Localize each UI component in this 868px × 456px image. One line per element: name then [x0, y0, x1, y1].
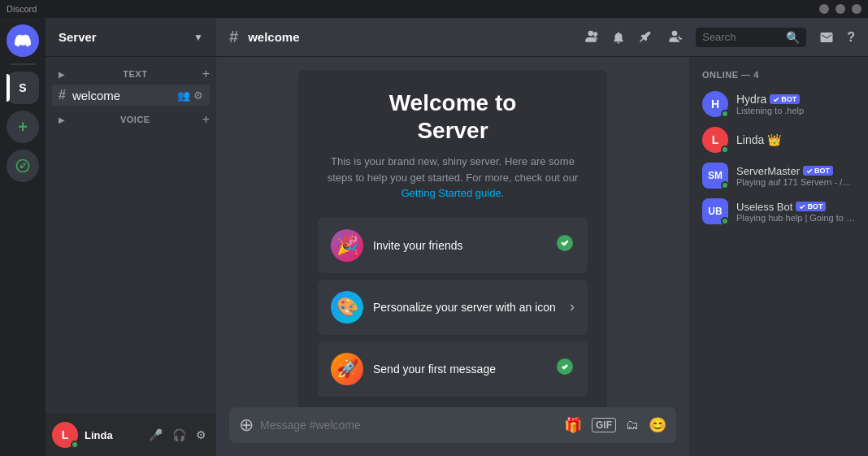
member-uselessbot[interactable]: UB Useless Bot BOT Playing h [696, 193, 861, 229]
add-server-button[interactable]: + [7, 111, 39, 143]
close-button[interactable] [852, 4, 861, 14]
task-invite-label: Invite your friends [373, 239, 545, 252]
gift-icon[interactable]: 🎁 [564, 416, 582, 434]
task-personalize-label: Personalize your server with an icon [373, 301, 560, 314]
task-invite[interactable]: 🎉 Invite your friends [318, 218, 588, 273]
servermaster-name: ServerMaster [736, 165, 800, 177]
add-member-header-icon[interactable] [666, 29, 683, 46]
hydra-online-dot [721, 110, 729, 118]
uselessbot-name-row: Useless Bot BOT [736, 201, 855, 213]
text-category-chevron: ▶ [59, 70, 65, 79]
voice-category-chevron: ▶ [59, 115, 65, 124]
uselessbot-status: Playing hub help | Going to sle... [736, 213, 855, 223]
message-add-button[interactable]: ⊕ [239, 415, 254, 436]
voice-category-header[interactable]: ▶ VOICE + [46, 109, 216, 130]
content-area: Welcome toServer This is your brand new,… [216, 57, 868, 456]
channel-list: ▶ TEXT + # welcome 👥 ⚙ ▶ VOICE [46, 57, 216, 414]
pin-icon[interactable] [639, 30, 653, 45]
sticker-icon[interactable]: 🗂 [626, 418, 639, 432]
hydra-status: Listening to .help [736, 106, 855, 115]
gif-button[interactable]: GIF [592, 418, 616, 432]
window-controls [819, 4, 861, 14]
linda-online-dot [721, 145, 729, 154]
task-personalize[interactable]: 🎨 Personalize your server with an icon › [318, 280, 588, 335]
member-hydra[interactable]: H Hydra BOT Listening to .he [696, 86, 861, 122]
chat-container: Welcome toServer This is your brand new,… [216, 57, 689, 456]
channel-welcome-name: welcome [72, 89, 172, 102]
hydra-bot-badge: BOT [770, 94, 800, 104]
task-personalize-arrow-icon: › [570, 298, 575, 315]
getting-started-link[interactable]: Getting Started guide [401, 187, 501, 199]
explore-servers-button[interactable] [7, 150, 39, 182]
app-container: S + Server ▼ ▶ TEXT + # welcome [0, 18, 868, 456]
servermaster-avatar: SM [702, 163, 728, 189]
emoji-button[interactable]: 😊 [649, 416, 666, 434]
server-list: S + [0, 18, 46, 456]
user-avatar-letter: L [62, 428, 69, 441]
maximize-button[interactable] [835, 4, 845, 14]
server-header[interactable]: Server ▼ [46, 18, 216, 57]
online-members-section: ONLINE — 4 H Hydra BOT [696, 70, 861, 229]
hydra-avatar: H [702, 91, 728, 117]
member-servermaster[interactable]: SM ServerMaster BOT Playing [696, 158, 861, 193]
user-area: L Linda 🎤 🎧 ⚙ [46, 414, 216, 456]
message-input: ⊕ 🎁 GIF 🗂 😊 [229, 407, 676, 443]
user-display-name: Linda [85, 429, 139, 441]
task-invite-icon: 🎉 [331, 229, 363, 262]
titlebar: Discord [0, 0, 868, 18]
search-bar[interactable]: Search 🔍 [696, 28, 806, 47]
message-input-icons: 🎁 GIF 🗂 😊 [564, 416, 666, 434]
user-settings-button[interactable]: ⚙ [193, 425, 210, 445]
servermaster-status: Playing auf 171 Servern - /help [736, 177, 855, 187]
text-category-add-button[interactable]: + [202, 67, 210, 81]
servermaster-bot-badge: BOT [803, 166, 833, 176]
user-avatar: L [52, 422, 78, 448]
task-message-complete-icon [555, 357, 575, 380]
server-chevron-icon: ▼ [193, 32, 203, 43]
hydra-info: Hydra BOT Listening to .help [736, 93, 855, 115]
server-s-item: S [7, 72, 39, 104]
server-s-button[interactable]: S [7, 72, 39, 104]
channel-add-member-icon[interactable]: 👥 [177, 89, 190, 102]
member-linda[interactable]: L Linda 👑 [696, 122, 861, 158]
uselessbot-avatar: UB [702, 198, 728, 224]
task-invite-complete-icon [555, 233, 575, 257]
text-category-header[interactable]: ▶ TEXT + [46, 63, 216, 85]
text-category: ▶ TEXT + # welcome 👥 ⚙ [46, 63, 216, 106]
servermaster-name-row: ServerMaster BOT [736, 165, 855, 177]
welcome-description: This is your brand new, shiny server. He… [318, 154, 588, 202]
mute-button[interactable]: 🎤 [145, 425, 166, 445]
voice-category-label: VOICE [120, 115, 150, 124]
main-content: # welcome Search 🔍 [216, 18, 868, 456]
task-message[interactable]: 🚀 Send your first message [318, 341, 588, 397]
message-text-input[interactable] [260, 419, 558, 432]
bell-icon[interactable] [611, 30, 626, 45]
uselessbot-name: Useless Bot [736, 201, 792, 213]
task-message-label: Send your first message [373, 363, 545, 376]
search-icon: 🔍 [786, 31, 800, 44]
discord-home-item [7, 24, 39, 57]
task-list: 🎉 Invite your friends 🎨 Personali [318, 218, 588, 397]
channel-hash-icon: # [59, 88, 66, 102]
servermaster-online-dot [721, 181, 729, 189]
linda-crown-icon: 👑 [767, 133, 781, 146]
deafen-button[interactable]: 🎧 [169, 425, 189, 445]
task-personalize-icon: 🎨 [331, 291, 363, 324]
inbox-icon[interactable] [819, 30, 834, 45]
members-sidebar: ONLINE — 4 H Hydra BOT [689, 57, 868, 456]
voice-category: ▶ VOICE + [46, 109, 216, 130]
linda-name-row: Linda 👑 [736, 133, 855, 146]
channel-header-hash-icon: # [229, 28, 238, 46]
linda-avatar: L [702, 127, 728, 153]
channel-welcome[interactable]: # welcome 👥 ⚙ [52, 85, 210, 106]
help-icon[interactable]: ? [847, 30, 855, 45]
uselessbot-info: Useless Bot BOT Playing hub help | Going… [736, 201, 855, 223]
message-input-area: ⊕ 🎁 GIF 🗂 😊 [216, 407, 689, 456]
members-icon[interactable] [582, 29, 598, 46]
channel-header-name: welcome [248, 30, 299, 44]
minimize-button[interactable] [819, 4, 829, 14]
channel-settings-icon[interactable]: ⚙ [193, 89, 203, 102]
channel-welcome-icons: 👥 ⚙ [177, 89, 203, 102]
voice-category-add-button[interactable]: + [202, 112, 210, 127]
discord-home-button[interactable] [7, 24, 39, 57]
